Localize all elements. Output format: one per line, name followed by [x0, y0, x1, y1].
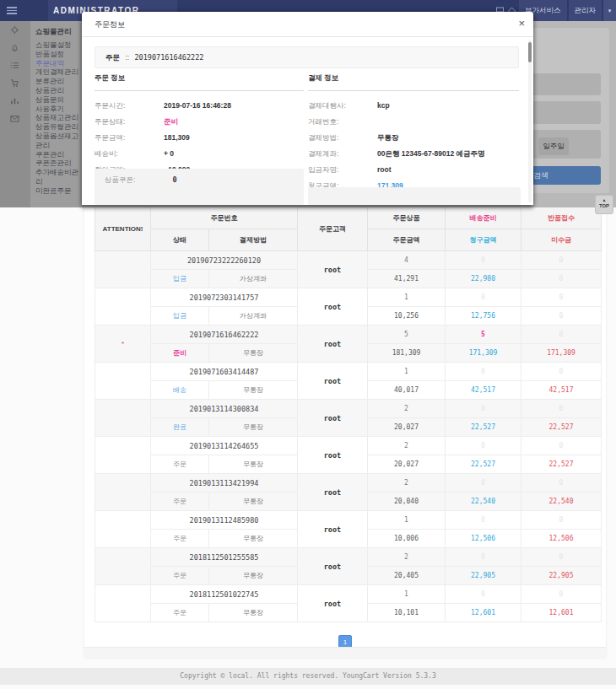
orders-card: ATTENTION! 주문번호 주문고객 주문상품 배송준비 반품접수 상태 결…	[84, 207, 606, 658]
order-number-cell[interactable]: 2019013114300834	[151, 400, 298, 418]
order-row-top: 2018112501022745root100	[95, 585, 602, 604]
item-qty-cell: 4	[368, 251, 446, 270]
admin-account-button[interactable]: 관리자	[569, 0, 602, 21]
item-qty-cell: 1	[368, 288, 446, 307]
payment-info-row-label: 결제계좌:	[308, 146, 377, 162]
col-unpaid: 미수금	[521, 229, 602, 251]
copyright-footer: Copyright © local. All rights reserved. …	[0, 668, 616, 685]
status-cell[interactable]: 준비	[151, 344, 209, 363]
order-number-cell[interactable]: 2018112501255585	[151, 548, 298, 567]
sidebar-item[interactable]: 사용후기	[35, 105, 83, 114]
modal-header: 주문정보 ×	[82, 12, 533, 37]
payment-method-cell: 무통장	[209, 604, 298, 622]
sidebar-item[interactable]: 상품유형관리	[35, 122, 83, 132]
unpaid-amount-cell: 22,905	[521, 567, 602, 585]
ready-qty-cell: 0	[446, 251, 521, 270]
sidebar-item[interactable]: 반품설정	[35, 50, 83, 59]
order-amount-cell: 10,101	[368, 604, 446, 622]
sidebar-menu: 쇼핑몰관리 쇼핑몰설정반품설정주문내역개인결제관리분류관리상품관리상품문의사용후…	[35, 27, 83, 196]
sidebar-section-title[interactable]: 쇼핑몰관리	[35, 27, 83, 36]
scroll-top-button[interactable]: ▲ TOP	[595, 195, 613, 214]
payment-info-row-label: 결제방법:	[308, 130, 377, 146]
sidebar-item[interactable]: 미완료주문	[35, 186, 83, 196]
order-number-cell[interactable]: 2019013113421994	[151, 474, 298, 493]
attention-cell	[95, 363, 151, 400]
item-qty-cell: 1	[368, 585, 446, 604]
item-qty-cell: 2	[368, 400, 446, 418]
payment-method-cell: 무통장	[209, 493, 298, 511]
sidebar-item[interactable]: 분류관리	[35, 77, 83, 86]
attention-cell: *	[95, 326, 151, 363]
order-number-cell[interactable]: 2019013114264655	[151, 437, 298, 455]
payment-info-row-label: 결제대행사:	[308, 98, 377, 114]
payment-info-row-label: 입금자명:	[308, 162, 377, 178]
order-number-cell[interactable]: 2019013112485980	[151, 511, 298, 530]
order-info-row: 주문시간:2019-07-16 16:46:28	[95, 98, 304, 114]
order-info-row-label: 주문상태:	[95, 114, 164, 130]
payment-info-row-value: root	[377, 165, 392, 174]
order-number-cell[interactable]: 2018112501022745	[151, 585, 298, 604]
sidebar-items: 쇼핑몰설정반품설정주문내역개인결제관리분류관리상품관리상품문의사용후기상품재고관…	[35, 40, 83, 196]
order-number-cell[interactable]: 2019071616462222	[151, 326, 298, 344]
menu-toggle-icon[interactable]	[7, 7, 17, 14]
status-cell[interactable]: 입금	[151, 307, 209, 326]
order-number-cell[interactable]: 2019072303141757	[151, 288, 298, 307]
order-info-row-label: 주문금액:	[95, 130, 164, 146]
mail-icon[interactable]	[10, 114, 20, 124]
return-qty-cell: 0	[521, 288, 602, 307]
payment-info-title: 결제 정보	[308, 73, 519, 91]
return-qty-cell: 0	[521, 511, 602, 530]
sidebar-item[interactable]: 상품재고관리	[35, 113, 83, 122]
item-qty-cell: 2	[368, 548, 446, 567]
customer-cell: root	[298, 437, 368, 474]
order-amount-cell: 41,291	[368, 270, 446, 288]
customer-cell: root	[298, 511, 368, 548]
order-row-top: 2019071603414487root100	[95, 363, 602, 381]
order-row-top: *2019071616462222root550	[95, 326, 602, 344]
order-number-cell[interactable]: 20190723222260120	[151, 251, 298, 270]
bell-icon[interactable]	[10, 43, 20, 53]
gear-icon[interactable]	[10, 25, 20, 35]
chart-icon[interactable]	[10, 96, 20, 106]
ready-qty-cell: 5	[446, 326, 521, 344]
status-cell[interactable]: 입금	[151, 270, 209, 288]
sidebar-item[interactable]: 개인결제관리	[35, 67, 83, 77]
list-icon[interactable]	[10, 61, 20, 71]
payment-info-row: 결제대행사:kcp	[308, 98, 519, 114]
order-number-bar: 주문 :: 2019071616462222	[95, 46, 519, 68]
sidebar-item[interactable]: 추가배송비관리	[35, 168, 83, 186]
status-cell[interactable]: 배송	[151, 381, 209, 400]
order-info-row: 배송비:+ 0	[95, 146, 304, 162]
attention-cell	[95, 474, 151, 511]
ready-qty-cell: 0	[446, 400, 521, 418]
sidebar-item[interactable]: 쿠폰존관리	[35, 159, 83, 168]
payment-method-cell: 무통장	[209, 567, 298, 585]
order-number-cell[interactable]: 2019071603414487	[151, 363, 298, 381]
sidebar-item[interactable]: 주문내역	[35, 59, 83, 68]
col-order-no: 주문번호	[151, 207, 298, 229]
order-info-title: 주문 정보	[95, 73, 304, 91]
payment-method-cell: 가상계좌	[209, 270, 298, 288]
attention-cell	[95, 288, 151, 326]
status-cell[interactable]: 완료	[151, 418, 209, 437]
return-qty-cell: 0	[521, 585, 602, 604]
close-icon[interactable]: ×	[518, 16, 525, 31]
payment-info-row-value: kcp	[377, 101, 390, 110]
sidebar-item[interactable]: 상품관리	[35, 86, 83, 95]
unpaid-amount-cell: 0	[521, 270, 602, 288]
sidebar-item[interactable]: 쇼핑몰설정	[35, 40, 83, 50]
card-footer-strip	[84, 647, 606, 658]
sidebar-item[interactable]: 상품문의	[35, 95, 83, 105]
sidebar-item[interactable]: 상품옵션재고관리	[35, 132, 83, 150]
week-button[interactable]: 일주일	[538, 137, 569, 155]
cart-icon[interactable]	[10, 78, 20, 89]
modal-scrollbar-thumb[interactable]	[528, 42, 532, 62]
orders-table-head: ATTENTION! 주문번호 주문고객 주문상품 배송준비 반품접수 상태 결…	[95, 207, 602, 251]
sidebar-item[interactable]: 쿠폰관리	[35, 150, 83, 159]
attention-cell	[95, 585, 151, 622]
order-info-row-value: 181,309	[164, 133, 190, 142]
order-amount-cell: 20,027	[368, 455, 446, 474]
payment-extra-box	[308, 187, 521, 205]
chevron-down-icon[interactable]: ▾	[603, 0, 616, 21]
ready-qty-cell: 0	[446, 288, 521, 307]
